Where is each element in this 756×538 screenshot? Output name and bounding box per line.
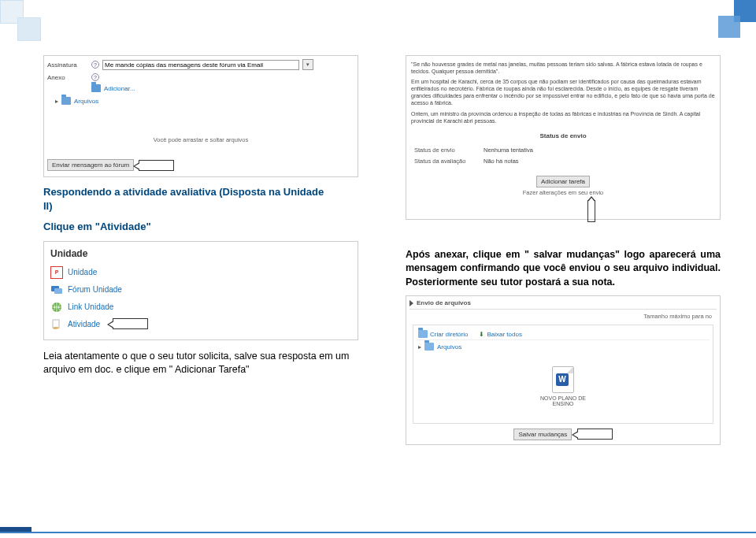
unidade-item-label: Atividade bbox=[68, 320, 100, 328]
forum-unidade-item[interactable]: Fórum Unidade bbox=[50, 281, 351, 299]
pdf-icon: P bbox=[50, 266, 63, 279]
salvar-mudancas-button[interactable]: Salvar mudanças bbox=[513, 429, 572, 440]
paragraph: Em um hospital de Karachi, cerca de 35 c… bbox=[411, 78, 715, 106]
enviar-forum-button[interactable]: Enviar mensagem ao fórum bbox=[47, 159, 134, 171]
envio-arquivos-panel: Envio de arquivos Tamanho máximo para no… bbox=[406, 295, 721, 445]
status-label: Status de envio bbox=[414, 147, 469, 154]
status-label: Status da avaliação bbox=[414, 158, 469, 165]
folder-plus-icon bbox=[418, 330, 428, 338]
max-size-note: Tamanho máximo para no bbox=[643, 313, 712, 320]
unidade-item-label: Unidade bbox=[68, 268, 97, 276]
status-header: Status de envio bbox=[411, 132, 715, 140]
svg-rect-1 bbox=[54, 288, 62, 294]
folder-icon bbox=[61, 97, 71, 105]
assinatura-label: Assinatura bbox=[47, 61, 88, 69]
quote-text: "Se não houvesse grades de metal nas jan… bbox=[411, 61, 715, 75]
assinatura-select[interactable] bbox=[102, 60, 299, 70]
arquivos-label: Arquivos bbox=[437, 343, 461, 351]
collapse-icon[interactable] bbox=[410, 300, 413, 306]
tarefa-status-panel: "Se não houvesse grades de metal nas jan… bbox=[406, 55, 721, 220]
dropdown-caret-icon[interactable]: ▾ bbox=[302, 59, 313, 70]
status-row: Status da avaliação Não há notas bbox=[411, 156, 715, 167]
folder-icon bbox=[424, 343, 434, 351]
help-icon[interactable]: ? bbox=[91, 61, 99, 69]
status-row: Status de envio Nenhuma tentativa bbox=[411, 145, 715, 156]
svg-rect-3 bbox=[53, 320, 59, 328]
file-name: NOVO PLANO DE ENSINO bbox=[540, 395, 586, 407]
dropzone-note: Você pode arrastar e soltar arquivos bbox=[47, 136, 354, 143]
forum-post-panel: Assinatura ? ▾ Anexo ? Adicionar... ▸ Ar… bbox=[43, 55, 358, 177]
atividade-item[interactable]: Atividade bbox=[50, 316, 351, 333]
pointer-arrow-left-icon bbox=[139, 160, 174, 171]
pointer-arrow-left-icon bbox=[113, 318, 148, 329]
section-subtitle: Clique em "Atividade" bbox=[43, 220, 358, 234]
status-value: Não há notas bbox=[484, 158, 519, 165]
unidade-panel: Unidade P Unidade Fórum Unidade Link Uni… bbox=[43, 241, 358, 340]
criar-diretorio-link[interactable]: Criar diretório bbox=[418, 330, 468, 338]
word-doc-icon: W bbox=[552, 366, 574, 393]
expand-icon[interactable]: ▸ bbox=[55, 98, 58, 105]
paragraph: Ontem, um ministro da província ordenou … bbox=[411, 110, 715, 124]
unidade-item-label: Fórum Unidade bbox=[68, 285, 122, 294]
status-value: Nenhuma tentativa bbox=[484, 147, 533, 154]
adicionar-tarefa-button[interactable]: Adicionar tarefa bbox=[536, 176, 590, 187]
hand-file-icon bbox=[50, 318, 63, 331]
pointer-arrow-left-icon bbox=[577, 429, 613, 440]
unidade-heading: Unidade bbox=[50, 248, 351, 259]
link-unidade-item[interactable]: Link Unidade bbox=[50, 299, 351, 316]
arquivos-label: Arquivos bbox=[74, 98, 98, 105]
pointer-arrow-up-icon bbox=[587, 200, 595, 222]
download-icon: ⬇ bbox=[479, 331, 484, 338]
unidade-item-label: Link Unidade bbox=[68, 302, 113, 311]
globe-icon bbox=[50, 301, 63, 314]
section-title: Respondendo a atividade avaliativa (Disp… bbox=[43, 185, 358, 213]
help-icon[interactable]: ? bbox=[91, 73, 99, 81]
anexo-label: Anexo bbox=[47, 74, 88, 81]
alt-envio-text: Fazer alterações em seu envio bbox=[411, 189, 715, 197]
footer-rule bbox=[0, 532, 756, 533]
forum-icon bbox=[50, 284, 63, 296]
adicionar-link[interactable]: Adicionar... bbox=[104, 85, 135, 92]
unidade-item[interactable]: P Unidade bbox=[50, 264, 351, 281]
envio-header: Envio de arquivos bbox=[417, 299, 471, 306]
expand-icon[interactable]: ▸ bbox=[418, 343, 421, 351]
baixar-todos-link[interactable]: ⬇ Baixar todos bbox=[479, 330, 521, 338]
file-thumbnail[interactable]: W NOVO PLANO DE ENSINO bbox=[417, 353, 710, 420]
folder-icon bbox=[91, 84, 101, 92]
instruction-text: Leia atentamente o que o seu tutor solic… bbox=[43, 350, 358, 377]
right-caption: Após anexar, clique em " salvar mudanças… bbox=[406, 248, 721, 290]
footer-accent bbox=[0, 527, 32, 532]
